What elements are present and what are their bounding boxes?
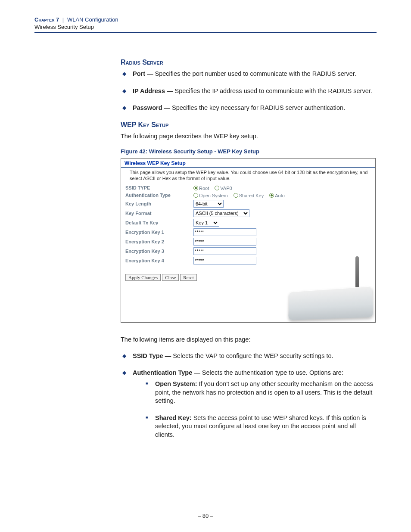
radio-open-label: Open System bbox=[199, 193, 228, 198]
label-key-length: Key Length bbox=[125, 199, 193, 208]
input-enc-key-4[interactable] bbox=[193, 257, 256, 264]
radius-list: Port — Specifies the port number used to… bbox=[121, 70, 377, 112]
reset-button[interactable]: Reset bbox=[180, 274, 196, 281]
desc: — Selects the authentication type to use… bbox=[192, 369, 343, 376]
term: IP Address bbox=[133, 87, 165, 94]
wep-after: The following items are displayed on thi… bbox=[121, 336, 377, 344]
wep-screenshot: Wireless WEP Key Setup This page allows … bbox=[121, 158, 376, 323]
radio-auto[interactable] bbox=[269, 193, 274, 198]
wep-form: SSID TYPE Root VAP0 Authentication Type … bbox=[125, 184, 293, 265]
list-item: Password — Specifies the key necessary f… bbox=[121, 104, 377, 112]
label-enc-key-1: Encryption Key 1 bbox=[125, 227, 193, 237]
wep-list: SSID Type — Selects the VAP to configure… bbox=[121, 352, 377, 439]
term: Authentication Type bbox=[133, 369, 192, 376]
page-number: – 80 – bbox=[0, 513, 411, 519]
list-item: Shared Key: Sets the access point to use… bbox=[145, 414, 377, 439]
auth-options-list: Open System: If you don't set up any oth… bbox=[145, 380, 377, 439]
figure-caption: Figure 42: Wireless Security Setup - WEP… bbox=[121, 148, 377, 155]
wep-intro: The following page describes the WEP key… bbox=[121, 132, 377, 141]
term: Open System: bbox=[155, 380, 197, 387]
term: SSID Type bbox=[133, 352, 163, 359]
input-enc-key-3[interactable] bbox=[193, 247, 256, 255]
radio-auto-label: Auto bbox=[275, 193, 285, 198]
select-key-format[interactable]: ASCII (5 characters) bbox=[193, 209, 249, 217]
label-enc-key-4: Encryption Key 4 bbox=[125, 256, 193, 265]
input-enc-key-2[interactable] bbox=[193, 238, 256, 246]
radio-shared-key[interactable] bbox=[234, 193, 238, 198]
list-item: Authentication Type — Selects the authen… bbox=[121, 369, 377, 439]
radio-root[interactable] bbox=[193, 186, 198, 190]
radio-shared-label: Shared Key bbox=[239, 193, 264, 198]
label-ssid-type: SSID TYPE bbox=[125, 184, 193, 192]
radio-open-system[interactable] bbox=[193, 193, 198, 198]
term: Shared Key: bbox=[155, 414, 192, 421]
chapter-subtitle: Wireless Security Setup bbox=[34, 24, 377, 30]
label-enc-key-2: Encryption Key 2 bbox=[125, 237, 193, 246]
panel-desc: This page allows you setup the WEP key v… bbox=[121, 168, 375, 184]
radio-vap0-label: VAP0 bbox=[220, 186, 232, 191]
chapter-label: Chapter 7 bbox=[34, 16, 59, 23]
desc: — Specifies the IP address used to commu… bbox=[165, 87, 372, 94]
desc: — Specifies the port number used to comm… bbox=[145, 70, 356, 77]
term: Password bbox=[133, 104, 162, 111]
list-item: SSID Type — Selects the VAP to configure… bbox=[121, 352, 377, 361]
list-item: Open System: If you don't set up any oth… bbox=[145, 380, 377, 405]
label-auth-type: Authentication Type bbox=[125, 192, 193, 199]
label-default-tx-key: Default Tx Key bbox=[125, 218, 193, 227]
select-default-tx-key[interactable]: Key 1 bbox=[193, 219, 219, 227]
list-item: Port — Specifies the port number used to… bbox=[121, 70, 377, 78]
separator: | bbox=[62, 16, 64, 23]
select-key-length[interactable]: 64-bit bbox=[193, 200, 224, 208]
radio-root-label: Root bbox=[199, 186, 209, 191]
input-enc-key-1[interactable] bbox=[193, 228, 256, 236]
list-item: IP Address — Specifies the IP address us… bbox=[121, 87, 377, 96]
wep-heading: WEP Key Setup bbox=[121, 121, 377, 129]
panel-title: Wireless WEP Key Setup bbox=[121, 159, 375, 168]
desc: — Selects the VAP to configure the WEP s… bbox=[163, 352, 333, 359]
router-image bbox=[286, 258, 372, 319]
term: Port bbox=[133, 70, 145, 77]
radius-heading: Radius Server bbox=[121, 59, 377, 66]
page-header: Chapter 7 | WLAN Configuration Wireless … bbox=[0, 0, 411, 33]
apply-changes-button[interactable]: Apply Changes bbox=[125, 274, 161, 281]
desc: — Specifies the key necessary for RADIUS… bbox=[162, 104, 346, 111]
radio-vap0[interactable] bbox=[215, 186, 219, 190]
close-button[interactable]: Close bbox=[162, 274, 179, 281]
label-enc-key-3: Encryption Key 3 bbox=[125, 246, 193, 256]
label-key-format: Key Format bbox=[125, 208, 193, 218]
chapter-title: WLAN Configuration bbox=[67, 16, 118, 23]
